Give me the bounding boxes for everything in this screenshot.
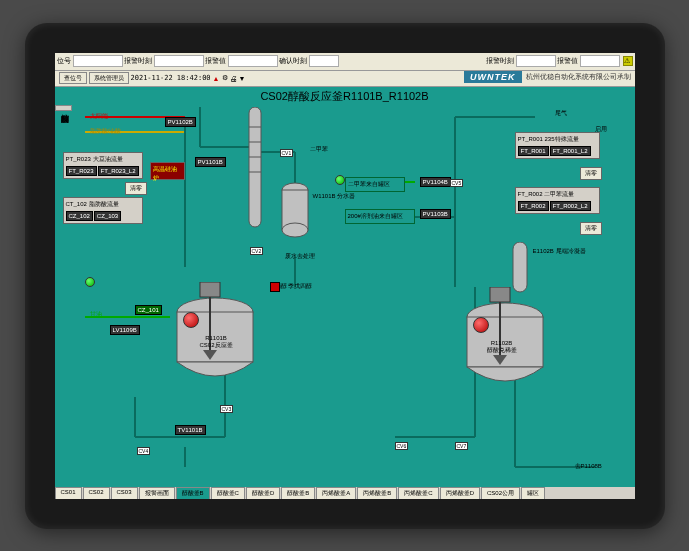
reactor2-name: R1102B醇酸兑稀釜: [487, 340, 517, 355]
cz101-tag[interactable]: CZ_101: [135, 305, 162, 315]
tab-acrylic-a[interactable]: 丙烯酸釜A: [316, 487, 356, 499]
reactor2-indicator[interactable]: [473, 317, 489, 333]
pv-mid-tag[interactable]: PV1101B: [195, 157, 226, 167]
tab-alarm[interactable]: 报警画面: [139, 487, 175, 499]
condenser-label: E1102B 尾端冷凝器: [533, 247, 586, 256]
tab-tank[interactable]: 罐区: [521, 487, 545, 499]
svg-point-29: [282, 223, 308, 237]
separator-vessel: [280, 182, 310, 242]
col1-field[interactable]: [73, 55, 123, 67]
top-toolbar: 位号 报警时刻 报警值 确认时刻 报警时刻 报警值 ⚠: [55, 53, 635, 71]
col2-field[interactable]: [154, 55, 204, 67]
furnace-box[interactable]: 高温硅油炉: [150, 162, 185, 180]
tab-reactor-c[interactable]: 醇酸釜C: [211, 487, 245, 499]
tab-cs02-public[interactable]: CS02公用: [481, 487, 520, 499]
exhaust-label: 尾气: [555, 109, 567, 118]
tag-ft-r002-l2[interactable]: FT_R002_L2: [550, 201, 591, 211]
col4-field[interactable]: [309, 55, 339, 67]
valve-cv7[interactable]: CV7: [455, 442, 469, 450]
green-ind-1: [85, 277, 95, 287]
svg-rect-35: [490, 287, 510, 302]
alarm-icon[interactable]: ⚠: [623, 56, 633, 66]
pt-box-title: PT_R023 大豆油流量: [66, 155, 140, 164]
pv-top-tag[interactable]: PV1102B: [165, 117, 196, 127]
process-canvas: CS02醇酸反应釜R1101B_R1102B 醇酸自动控制 太阳能 脂肪酸/油酸…: [55, 87, 635, 487]
icon-1[interactable]: ▲: [213, 75, 220, 82]
company-text: 杭州优稳自动化系统有限公司承制: [526, 72, 631, 82]
separator-label: W1101B 分水器: [313, 192, 356, 201]
status-btn-1[interactable]: 查位号: [59, 72, 87, 84]
col3-field[interactable]: [228, 55, 278, 67]
tab-cs02[interactable]: CS02: [83, 487, 110, 499]
svg-rect-30: [200, 282, 220, 297]
green-ind-2: [335, 175, 345, 185]
col2-label: 报警时刻: [124, 56, 152, 66]
pt-box: PT_R023 大豆油流量 FT_R023 FT_R023_L2: [63, 152, 143, 179]
tag-ft-r023[interactable]: FT_R023: [66, 166, 97, 176]
reactor1-name: R1101BCS02反应釜: [200, 335, 233, 350]
timestamp: 2021-11-22 18:42:00: [131, 74, 211, 82]
tag-ft-r023-l2[interactable]: FT_R023_L2: [98, 166, 139, 176]
valve-cv6[interactable]: CV6: [395, 442, 409, 450]
tab-cs03[interactable]: CS03: [111, 487, 138, 499]
tab-acrylic-d[interactable]: 丙烯酸釜D: [440, 487, 480, 499]
col4-label: 确认时刻: [279, 56, 307, 66]
col6-field[interactable]: [580, 55, 620, 67]
solar-label: 太阳能: [90, 112, 108, 121]
icon-4[interactable]: ▼: [239, 75, 246, 82]
water-treat: 废水去处理: [285, 252, 315, 261]
tag-ft-r001[interactable]: FT_R001: [518, 146, 549, 156]
col1-label: 位号: [57, 56, 71, 66]
hmi-screen: 位号 报警时刻 报警值 确认时刻 报警时刻 报警值 ⚠ 查位号 系统管理员 20…: [55, 53, 635, 499]
valve-cv2[interactable]: CV2: [250, 247, 264, 255]
solvent-tank-label: 200#溶剂油来自罐区: [345, 209, 415, 224]
lv-tag[interactable]: LV1109B: [110, 325, 140, 335]
bingchun-label: 丙醇 季戊四醇: [275, 282, 313, 291]
col5-label: 报警时刻: [486, 56, 514, 66]
tag-cz103[interactable]: CZ_103: [94, 211, 121, 221]
tab-reactor-b[interactable]: 醇酸釜B: [176, 487, 210, 499]
clear-btn-2[interactable]: 清零: [580, 167, 602, 180]
icon-2[interactable]: ⚙: [222, 74, 228, 82]
col6-label: 报警值: [557, 56, 578, 66]
valve-cv5[interactable]: CV5: [450, 179, 464, 187]
brand-logo: UWNTEK: [464, 71, 522, 83]
tv-tag[interactable]: TV1101B: [175, 425, 206, 435]
clear-btn-1[interactable]: 清零: [125, 182, 147, 195]
tab-acrylic-c[interactable]: 丙烯酸釜C: [398, 487, 438, 499]
right-box-1: PT_R001 235特殊流量 FT_R001 FT_R001_L2: [515, 132, 600, 159]
right-box2-title: FT_R002 二甲苯流量: [518, 190, 597, 199]
tag-ft-r002[interactable]: FT_R002: [518, 201, 549, 211]
ct-box-title: CT_102 脂肪酸流量: [66, 200, 140, 209]
red-valve-1[interactable]: [270, 282, 280, 292]
col5-field[interactable]: [516, 55, 556, 67]
bottom-tabs: CS01 CS02 CS03 报警画面 醇酸釜B 醇酸釜C 醇酸釜D 醇酸釜B …: [55, 487, 635, 499]
column-vessel: [245, 107, 265, 237]
clear-btn-3[interactable]: 清零: [580, 222, 602, 235]
valve-cv4[interactable]: CV4: [137, 447, 151, 455]
status-btn-2[interactable]: 系统管理员: [89, 72, 129, 84]
outlet-label: 去P1108B: [575, 462, 602, 471]
valve-cv1[interactable]: CV1: [280, 149, 294, 157]
pv1103-tag[interactable]: PV1103B: [420, 209, 451, 219]
reactor1-indicator[interactable]: [183, 312, 199, 328]
tab-reactor-b2[interactable]: 醇酸釜B: [281, 487, 315, 499]
svg-rect-22: [249, 107, 261, 227]
icon-3[interactable]: 🖨: [230, 75, 237, 82]
dimethyl-tank-label: 二甲苯来自罐区: [345, 177, 405, 192]
svg-rect-34: [513, 242, 527, 292]
col3-label: 报警值: [205, 56, 226, 66]
right-box-2: FT_R002 二甲苯流量 FT_R002 FT_R002_L2: [515, 187, 600, 214]
gandan-label: 甘油: [90, 310, 102, 319]
device-bezel: 位号 报警时刻 报警值 确认时刻 报警时刻 报警值 ⚠ 查位号 系统管理员 20…: [25, 23, 665, 529]
tab-cs01[interactable]: CS01: [55, 487, 82, 499]
right-box1-title: PT_R001 235特殊流量: [518, 135, 597, 144]
pv1104-tag[interactable]: PV1104B: [420, 177, 451, 187]
valve-cv3[interactable]: CV3: [220, 405, 234, 413]
tag-ft-r001-l2[interactable]: FT_R001_L2: [550, 146, 591, 156]
sep-dimethyl: 二甲苯: [310, 145, 328, 154]
tab-acrylic-b[interactable]: 丙烯酸釜B: [357, 487, 397, 499]
tab-reactor-d[interactable]: 醇酸釜D: [246, 487, 280, 499]
tag-cz102[interactable]: CZ_102: [66, 211, 93, 221]
ct-box: CT_102 脂肪酸流量 CZ_102 CZ_103: [63, 197, 143, 224]
